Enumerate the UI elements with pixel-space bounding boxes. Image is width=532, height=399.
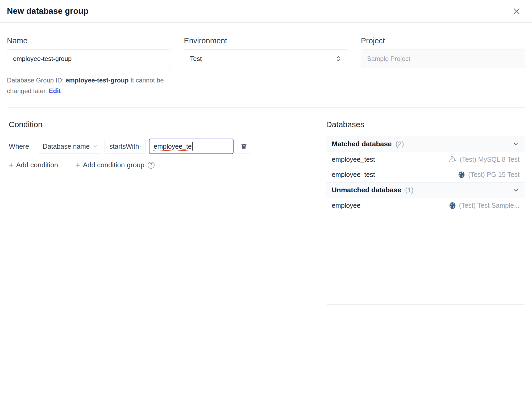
condition-operator-value: startsWith bbox=[110, 143, 139, 150]
section-count: (1) bbox=[405, 186, 414, 194]
unmatched-database-header[interactable]: Unmatched database (1) bbox=[326, 182, 525, 198]
section-title: Unmatched database bbox=[332, 186, 401, 194]
name-field-group: Name Database Group ID: employee-test-gr… bbox=[7, 36, 171, 96]
chevron-down-icon bbox=[512, 186, 519, 194]
name-input[interactable] bbox=[7, 49, 171, 68]
postgres-icon bbox=[458, 171, 465, 178]
db-meta: (Test) PG 15 Test bbox=[458, 171, 519, 178]
environment-value: Test bbox=[190, 55, 202, 63]
group-id-helper: Database Group ID: employee-test-group I… bbox=[7, 75, 171, 96]
condition-factor-select[interactable]: Database name bbox=[38, 139, 101, 154]
environment-label: Environment bbox=[184, 36, 348, 45]
chevron-down-icon bbox=[92, 143, 98, 149]
page-title: New database group bbox=[7, 6, 89, 16]
db-instance: (Test) MySQL 8 Test bbox=[460, 156, 519, 163]
close-button[interactable] bbox=[511, 5, 522, 17]
db-instance: (Test) PG 15 Test bbox=[468, 171, 519, 178]
db-meta: (Test) MySQL 8 Test bbox=[449, 156, 519, 163]
table-row: employee (Test) Test Sample... bbox=[326, 198, 525, 213]
dialog-header: New database group bbox=[0, 0, 532, 23]
condition-value-text: employee_te bbox=[154, 143, 192, 150]
mysql-icon bbox=[449, 156, 457, 163]
plus-icon: + bbox=[76, 161, 80, 169]
delete-condition-button[interactable] bbox=[237, 139, 251, 153]
environment-select[interactable]: Test bbox=[184, 49, 348, 68]
matched-database-header[interactable]: Matched database (2) bbox=[326, 136, 525, 152]
section-count: (2) bbox=[396, 140, 404, 148]
db-name: employee_test bbox=[332, 156, 375, 163]
form-grid: Name Database Group ID: employee-test-gr… bbox=[7, 36, 525, 96]
help-icon[interactable]: ? bbox=[148, 162, 155, 169]
add-condition-button[interactable]: + Add condition bbox=[9, 161, 58, 169]
close-icon bbox=[512, 7, 521, 15]
select-updown-icon bbox=[335, 55, 342, 63]
group-id-prefix: Database Group ID: bbox=[7, 77, 64, 84]
db-name: employee bbox=[332, 202, 360, 209]
postgres-icon bbox=[449, 202, 456, 209]
plus-icon: + bbox=[9, 161, 14, 169]
add-condition-group-button[interactable]: + Add condition group ? bbox=[76, 161, 155, 169]
trash-icon bbox=[240, 143, 247, 150]
db-meta: (Test) Test Sample... bbox=[449, 202, 519, 209]
section-title: Matched database bbox=[332, 140, 392, 148]
project-input[interactable] bbox=[361, 49, 525, 68]
condition-factor-value: Database name bbox=[43, 143, 90, 150]
db-instance: (Test) Test Sample... bbox=[459, 202, 519, 209]
project-label: Project bbox=[361, 36, 525, 45]
chevron-down-icon bbox=[139, 143, 143, 149]
table-row: employee_test (Test) PG 15 Test bbox=[326, 167, 525, 182]
matched-database-title: Matched database (2) bbox=[332, 140, 404, 148]
where-label: Where bbox=[9, 142, 29, 151]
condition-actions: + Add condition + Add condition group ? bbox=[9, 161, 315, 169]
edit-link[interactable]: Edit bbox=[49, 87, 61, 94]
environment-field-group: Environment Test bbox=[184, 36, 348, 96]
add-condition-label: Add condition bbox=[16, 161, 58, 169]
db-name: employee_test bbox=[332, 171, 375, 178]
condition-row: Where Database name startsWith employee_… bbox=[9, 139, 315, 154]
divider bbox=[7, 107, 525, 108]
condition-operator-select[interactable]: startsWith bbox=[105, 139, 146, 154]
databases-heading: Databases bbox=[326, 120, 525, 129]
unmatched-database-title: Unmatched database (1) bbox=[332, 186, 414, 194]
add-condition-group-label: Add condition group bbox=[83, 161, 144, 169]
table-row: employee_test (Test) MySQL 8 Test bbox=[326, 152, 525, 167]
condition-section: Condition Where Database name startsWith… bbox=[9, 120, 326, 169]
condition-heading: Condition bbox=[9, 120, 315, 129]
name-label: Name bbox=[7, 36, 171, 45]
project-field-group: Project bbox=[361, 36, 525, 96]
condition-value-input[interactable]: employee_te bbox=[149, 139, 234, 154]
chevron-down-icon bbox=[512, 140, 519, 148]
group-id-value: employee-test-group bbox=[65, 77, 128, 84]
databases-panel: Matched database (2) employee_test (Test… bbox=[326, 136, 525, 305]
text-caret bbox=[192, 142, 193, 151]
databases-section: Databases Matched database (2) employee_… bbox=[326, 120, 525, 305]
